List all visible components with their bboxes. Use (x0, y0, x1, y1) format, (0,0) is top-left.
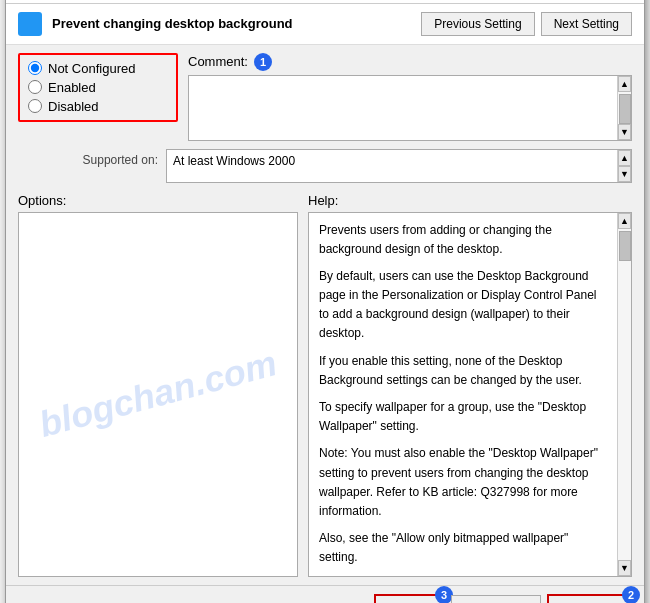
enabled-option[interactable]: Enabled (28, 80, 168, 95)
dialog-header-icon (18, 12, 42, 36)
not-configured-option[interactable]: Not Configured (28, 61, 168, 76)
options-help-section: Options: blogchan.com Help: Prevents use… (18, 193, 632, 577)
comment-badge: 1 (254, 53, 272, 71)
help-label: Help: (308, 193, 632, 208)
dialog-window: Prevent changing desktop background — □ … (5, 0, 645, 603)
supported-value-wrapper: At least Windows 2000 ▲ ▼ (166, 149, 632, 183)
disabled-label: Disabled (48, 99, 99, 114)
footer: OK 3 Cancel Apply 2 (6, 585, 644, 604)
not-configured-label: Not Configured (48, 61, 135, 76)
watermark: blogchan.com (35, 342, 282, 446)
dialog-header-title: Prevent changing desktop background (52, 16, 411, 31)
prev-setting-button[interactable]: Previous Setting (421, 12, 534, 36)
ok-button[interactable]: OK 3 (374, 594, 445, 604)
disabled-option[interactable]: Disabled (28, 99, 168, 114)
supported-scroll-up[interactable]: ▲ (618, 150, 631, 166)
header-buttons: Previous Setting Next Setting (421, 12, 632, 36)
help-box: Prevents users from adding or changing t… (309, 213, 617, 576)
supported-value: At least Windows 2000 (167, 150, 617, 182)
supported-label: Supported on: (18, 149, 158, 167)
comment-textarea-wrapper: ▲ ▼ (188, 75, 632, 141)
help-scroll-up[interactable]: ▲ (618, 213, 631, 229)
comment-scrollbar: ▲ ▼ (617, 76, 631, 140)
disabled-radio[interactable] (28, 99, 42, 113)
not-configured-radio[interactable] (28, 61, 42, 75)
options-panel: Options: blogchan.com (18, 193, 298, 577)
options-label: Options: (18, 193, 298, 208)
supported-scrollbar: ▲ ▼ (617, 150, 631, 182)
scroll-up-arrow[interactable]: ▲ (618, 76, 631, 92)
apply-button[interactable]: Apply 2 (547, 594, 632, 604)
comment-textarea[interactable] (189, 76, 617, 140)
help-scrollbar: ▲ ▼ (617, 213, 631, 576)
dialog-header: Prevent changing desktop background Prev… (6, 4, 644, 45)
scroll-down-arrow[interactable]: ▼ (618, 124, 631, 140)
apply-badge: 2 (622, 586, 640, 604)
help-scroll-down[interactable]: ▼ (618, 560, 631, 576)
top-section: Not Configured Enabled Disabled Comment:… (18, 53, 632, 141)
enabled-radio[interactable] (28, 80, 42, 94)
dialog-body: Not Configured Enabled Disabled Comment:… (6, 45, 644, 585)
enabled-label: Enabled (48, 80, 96, 95)
comment-label: Comment: (188, 54, 248, 69)
help-box-wrapper: Prevents users from adding or changing t… (308, 212, 632, 577)
next-setting-button[interactable]: Next Setting (541, 12, 632, 36)
title-bar: Prevent changing desktop background — □ … (6, 0, 644, 4)
comment-header: Comment: 1 (188, 53, 632, 71)
options-box: blogchan.com (18, 212, 298, 577)
help-scroll-thumb[interactable] (619, 231, 631, 261)
radio-group: Not Configured Enabled Disabled (18, 53, 178, 122)
cancel-button[interactable]: Cancel (451, 595, 541, 604)
help-panel: Help: Prevents users from adding or chan… (308, 193, 632, 577)
comment-section: Comment: 1 ▲ ▼ (188, 53, 632, 141)
supported-scroll-down[interactable]: ▼ (618, 166, 631, 182)
supported-row: Supported on: At least Windows 2000 ▲ ▼ (18, 149, 632, 183)
scroll-thumb[interactable] (619, 94, 631, 124)
